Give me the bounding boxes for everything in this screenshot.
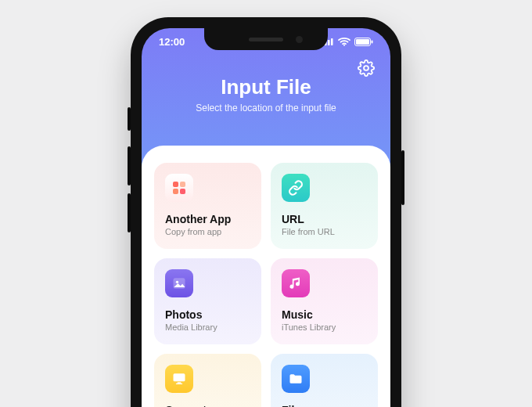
svg-rect-12	[180, 189, 185, 194]
svg-point-8	[364, 66, 368, 70]
card-title: Files	[282, 404, 367, 407]
card-title: Computer	[165, 404, 250, 407]
svg-rect-11	[173, 189, 178, 194]
svg-rect-9	[173, 182, 178, 187]
settings-button[interactable]	[356, 58, 376, 78]
speaker	[249, 38, 283, 41]
svg-rect-17	[176, 384, 182, 384]
card-title: Another App	[165, 213, 250, 225]
svg-rect-6	[356, 39, 369, 45]
app-grid-icon	[165, 174, 193, 202]
svg-rect-2	[328, 40, 330, 45]
card-subtitle: iTunes Library	[282, 322, 367, 332]
screen: 12:00 Input File Select the locat	[142, 28, 390, 407]
status-time: 12:00	[159, 36, 185, 48]
card-title: Photos	[165, 308, 250, 321]
card-another-app[interactable]: Another App Copy from app	[154, 163, 261, 249]
card-subtitle: Copy from app	[165, 227, 250, 236]
svg-rect-3	[331, 38, 333, 45]
svg-point-4	[343, 44, 345, 45]
phone-frame: 12:00 Input File Select the locat	[131, 17, 401, 407]
header: Input File Select the location of the in…	[142, 55, 390, 113]
card-title: URL	[282, 213, 367, 225]
svg-rect-15	[174, 373, 185, 381]
link-icon	[282, 174, 310, 202]
volume-down-button	[128, 193, 131, 232]
folder-icon	[282, 365, 310, 393]
front-camera	[296, 36, 303, 43]
card-url[interactable]: URL File from URL	[271, 163, 378, 249]
card-title: Music	[282, 308, 367, 321]
gear-icon	[358, 59, 375, 77]
card-photos[interactable]: Photos Media Library	[154, 258, 261, 344]
volume-up-button	[128, 146, 131, 185]
options-sheet: Another App Copy from app URL File from …	[142, 146, 390, 407]
monitor-icon	[165, 365, 193, 393]
mute-switch	[128, 107, 131, 131]
power-button	[401, 150, 404, 205]
card-computer[interactable]: Computer Mac or PC	[154, 354, 261, 407]
photo-icon	[165, 269, 193, 297]
svg-rect-16	[178, 382, 182, 384]
card-music[interactable]: Music iTunes Library	[271, 258, 378, 344]
svg-rect-10	[180, 182, 185, 187]
music-note-icon	[282, 269, 310, 297]
svg-point-14	[176, 281, 178, 283]
wifi-icon	[338, 38, 350, 46]
battery-icon	[354, 38, 373, 46]
options-grid: Another App Copy from app URL File from …	[154, 163, 378, 407]
page-title: Input File	[156, 75, 376, 99]
svg-rect-7	[372, 40, 373, 43]
card-subtitle: Media Library	[165, 322, 250, 332]
card-subtitle: File from URL	[282, 227, 367, 236]
card-files[interactable]: Files Your Files App	[271, 354, 378, 407]
page-subtitle: Select the location of the input file	[156, 103, 376, 113]
notch	[204, 28, 328, 50]
